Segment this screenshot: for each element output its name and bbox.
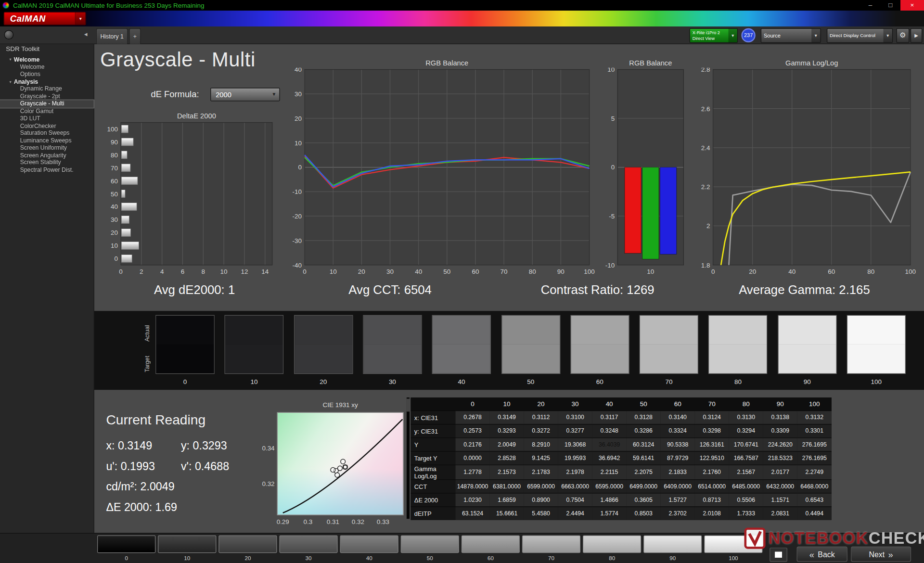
- table-cell[interactable]: 9.1425: [524, 451, 558, 464]
- level-button-90[interactable]: [643, 535, 702, 553]
- sidebar-section-welcome[interactable]: ▾Welcome: [0, 56, 94, 63]
- calman-menu-button[interactable]: CalMAN ▼: [3, 12, 86, 25]
- table-cell[interactable]: 2.8528: [490, 451, 524, 464]
- table-cell[interactable]: 0.8503: [627, 506, 661, 520]
- sidebar-item-dynamic-range[interactable]: Dynamic Range: [0, 85, 94, 92]
- table-cell[interactable]: 276.1695: [797, 451, 832, 464]
- table-cell[interactable]: 0.3140: [661, 410, 695, 424]
- table-cell[interactable]: 6599.0000: [524, 479, 558, 493]
- table-cell[interactable]: 19.9593: [558, 451, 592, 464]
- settings-gear-button[interactable]: ⚙: [896, 28, 909, 43]
- maximize-button[interactable]: □: [880, 0, 900, 11]
- level-button-10[interactable]: [158, 535, 216, 553]
- table-cell[interactable]: 0.3112: [524, 410, 558, 424]
- table-cell[interactable]: 1.5774: [592, 506, 627, 520]
- table-cell[interactable]: 6381.0000: [490, 479, 524, 493]
- level-button-0[interactable]: [97, 535, 155, 553]
- table-cell[interactable]: 0.8713: [695, 493, 729, 506]
- table-cell[interactable]: 2.0049: [490, 437, 524, 451]
- table-cell[interactable]: 170.6741: [729, 437, 763, 451]
- table-cell[interactable]: 126.3161: [695, 437, 729, 451]
- table-cell[interactable]: 218.5323: [763, 451, 797, 464]
- table-cell[interactable]: 0.3298: [695, 424, 729, 437]
- level-button-50[interactable]: [401, 535, 459, 553]
- minimize-button[interactable]: –: [860, 0, 881, 11]
- page-view-button[interactable]: [770, 548, 787, 562]
- level-button-80[interactable]: [583, 535, 641, 553]
- table-cell[interactable]: 15.6661: [490, 506, 524, 520]
- table-cell[interactable]: 0.2176: [456, 437, 490, 451]
- source-dropdown[interactable]: Source ▼: [761, 28, 821, 43]
- table-cell[interactable]: 0.3301: [797, 424, 832, 437]
- sidebar-item-3d-lut[interactable]: 3D LUT: [0, 115, 94, 122]
- table-cell[interactable]: 87.9729: [661, 451, 695, 464]
- sidebar-item-colorchecker[interactable]: ColorChecker: [0, 122, 94, 129]
- table-cell[interactable]: 0.8900: [524, 493, 558, 506]
- table-cell[interactable]: 36.6942: [592, 451, 627, 464]
- sidebar-item-color-gamut[interactable]: Color Gamut: [0, 107, 94, 115]
- table-cell[interactable]: 0.3605: [627, 493, 661, 506]
- sidebar-item-luminance-sweeps[interactable]: Luminance Sweeps: [0, 137, 94, 144]
- table-cell[interactable]: 90.5338: [661, 437, 695, 451]
- sidebar-section-analysis[interactable]: ▾Analysis: [0, 78, 94, 85]
- level-button-30[interactable]: [279, 535, 337, 553]
- table-cell[interactable]: 6432.0000: [763, 479, 797, 493]
- table-scrollbar-handle[interactable]: [407, 399, 410, 412]
- add-tab-button[interactable]: +: [129, 28, 141, 44]
- table-cell[interactable]: 2.2075: [627, 465, 661, 480]
- table-cell[interactable]: 0.3286: [627, 424, 661, 437]
- table-cell[interactable]: 2.0177: [763, 465, 797, 480]
- table-cell[interactable]: 2.0831: [763, 506, 797, 520]
- table-cell[interactable]: 0.3294: [729, 424, 763, 437]
- table-scrollbar[interactable]: [407, 397, 410, 519]
- table-cell[interactable]: 63.1524: [456, 506, 490, 520]
- table-cell[interactable]: 0.3309: [763, 424, 797, 437]
- sidebar-item-screen-stability[interactable]: Screen Stability: [0, 159, 94, 166]
- table-cell[interactable]: 0.3117: [592, 410, 627, 424]
- table-cell[interactable]: 0.3149: [490, 410, 524, 424]
- table-cell[interactable]: 2.2749: [797, 465, 832, 480]
- sidebar-item-grayscale-multi[interactable]: Grayscale - Multi: [0, 100, 94, 107]
- table-cell[interactable]: 0.3124: [695, 410, 729, 424]
- table-cell[interactable]: 1.2778: [456, 465, 490, 480]
- table-cell[interactable]: 0.3248: [592, 424, 627, 437]
- table-cell[interactable]: 0.6543: [797, 493, 832, 506]
- table-cell[interactable]: 2.3702: [661, 506, 695, 520]
- display-control-dropdown[interactable]: Direct Display Control ▼: [827, 28, 893, 43]
- sidebar-item-options[interactable]: Options: [0, 71, 94, 78]
- sidebar-item-screen-angularity[interactable]: Screen Angularity: [0, 152, 94, 159]
- table-cell[interactable]: 2.1833: [661, 465, 695, 480]
- table-cell[interactable]: 2.1573: [490, 465, 524, 480]
- sidebar-item-saturation-sweeps[interactable]: Saturation Sweeps: [0, 129, 94, 137]
- table-cell[interactable]: 60.3124: [627, 437, 661, 451]
- level-button-60[interactable]: [462, 535, 520, 553]
- close-button[interactable]: ×: [900, 0, 924, 11]
- table-cell[interactable]: 6663.0000: [558, 479, 592, 493]
- table-cell[interactable]: 36.4039: [592, 437, 627, 451]
- table-cell[interactable]: 6499.0000: [627, 479, 661, 493]
- de-formula-dropdown[interactable]: 2000 ▼: [210, 88, 280, 101]
- table-cell[interactable]: 6514.0000: [695, 479, 729, 493]
- table-cell[interactable]: 1.7333: [729, 506, 763, 520]
- next-button[interactable]: Next »: [851, 547, 911, 562]
- sidebar-item-welcome[interactable]: Welcome: [0, 64, 94, 71]
- forward-arrow-button[interactable]: ▶: [911, 28, 922, 43]
- meter-dropdown[interactable]: X-Rite i1Pro 2 Direct View ▼: [690, 28, 738, 43]
- table-cell[interactable]: 1.0230: [456, 493, 490, 506]
- sidebar-item-spectral-power-dist[interactable]: Spectral Power Dist.: [0, 166, 94, 174]
- table-cell[interactable]: 224.2620: [763, 437, 797, 451]
- table-cell[interactable]: 166.7587: [729, 451, 763, 464]
- table-cell[interactable]: 0.3272: [524, 424, 558, 437]
- table-cell[interactable]: 0.2678: [456, 410, 490, 424]
- back-button[interactable]: « Back: [797, 547, 847, 562]
- table-cell[interactable]: 0.7504: [558, 493, 592, 506]
- table-cell[interactable]: 1.6859: [490, 493, 524, 506]
- level-button-70[interactable]: [522, 535, 580, 553]
- table-cell[interactable]: 59.6141: [627, 451, 661, 464]
- table-cell[interactable]: 276.1695: [797, 437, 832, 451]
- sidebar-item-grayscale-2pt[interactable]: Grayscale - 2pt: [0, 93, 94, 100]
- table-cell[interactable]: 1.5727: [661, 493, 695, 506]
- table-cell[interactable]: 0.5506: [729, 493, 763, 506]
- level-button-40[interactable]: [340, 535, 398, 553]
- table-cell[interactable]: 6409.0000: [661, 479, 695, 493]
